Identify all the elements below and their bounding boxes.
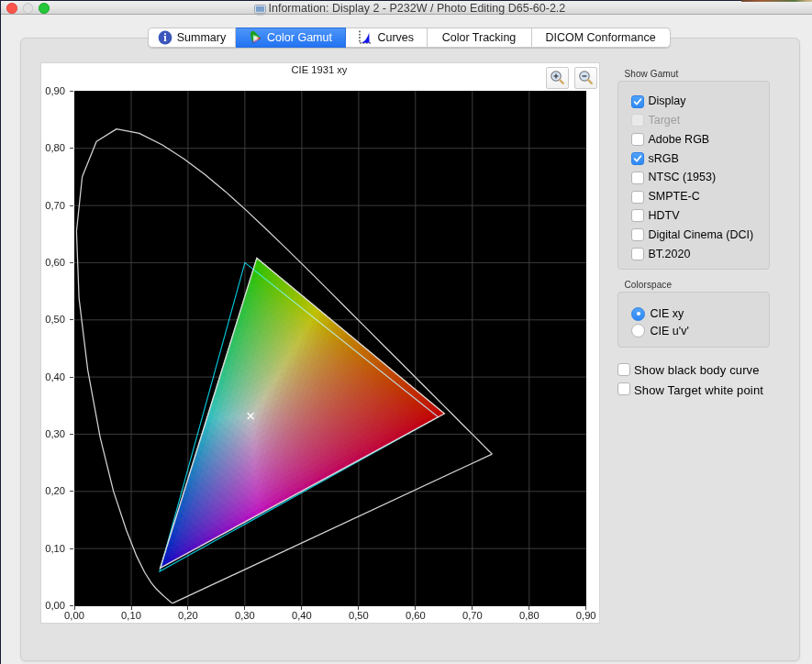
svg-text:i: i [163,31,167,44]
